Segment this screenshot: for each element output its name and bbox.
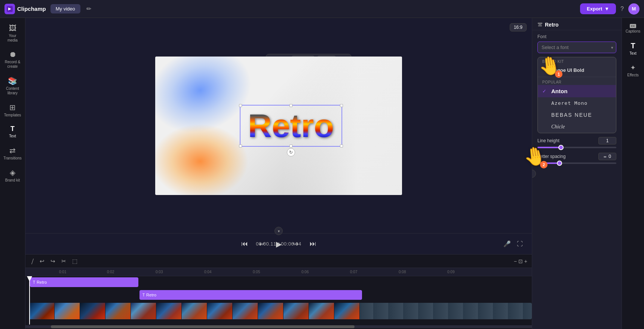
record-audio-button[interactable]: 🎤 — [502, 239, 512, 249]
effects-panel-label: Effects — [627, 73, 638, 77]
help-icon[interactable]: ? — [620, 6, 624, 12]
captions-icon: CC — [630, 24, 637, 28]
font-option-anton[interactable]: ✓ Anton — [538, 85, 616, 97]
templates-icon: ⊞ — [9, 103, 16, 112]
letter-spacing-row: Letter spacing ⇔ 0 — [537, 153, 616, 160]
track-row: T Retro — [29, 276, 532, 288]
line-height-value[interactable]: 1 — [598, 137, 616, 144]
ruler-mark: 0:03 — [156, 270, 163, 274]
text-element[interactable]: Retro ↻ — [240, 105, 342, 147]
avatar[interactable]: M — [628, 3, 640, 15]
font-name-label: BEBAS NEUE — [551, 112, 592, 118]
brand-kit-section-label: Brand kit — [538, 57, 616, 64]
panel-body: Font ▾ Brand kit Segoe UI Bold Popular ✓… — [532, 30, 622, 329]
zoom-in-button[interactable]: + — [524, 258, 527, 264]
sidebar-item-record-create[interactable]: ⏺ Record &create — [1, 47, 24, 72]
aspect-ratio-badge: 16:9 — [510, 23, 527, 31]
captions-panel-button[interactable]: CC Captions — [623, 21, 644, 36]
font-search-input[interactable] — [537, 42, 616, 53]
ruler-mark: 0:02 — [107, 270, 114, 274]
export-button[interactable]: Export ▼ — [580, 3, 616, 14]
playback-time: 00:00.11 / 00:06.94 — [256, 241, 301, 247]
skip-to-end-button[interactable]: ⏭ — [307, 238, 319, 250]
resize-handle-br[interactable] — [340, 144, 343, 147]
text-track-icon: T — [142, 293, 145, 297]
merge-button[interactable]: ⬚ — [71, 256, 79, 266]
sidebar-item-content-library[interactable]: 📚 Contentlibrary — [1, 73, 24, 98]
panel-title: Retro — [545, 22, 559, 28]
ruler-mark: 0:08 — [399, 270, 406, 274]
sidebar-item-your-media[interactable]: 🖼 Your media — [1, 21, 24, 46]
track-label: Retro — [146, 293, 156, 297]
sidebar-item-templates[interactable]: ⊞ Templates — [1, 100, 24, 121]
sidebar-item-brand-kit[interactable]: ◈ Brand kit — [1, 165, 24, 186]
text-track-icon: T — [33, 280, 35, 284]
font-option-azeret-mono[interactable]: Azeret Mono — [538, 97, 616, 109]
edit-title-icon: ✏ — [86, 5, 91, 12]
cut-button[interactable]: ✂ — [60, 256, 68, 266]
text-track-retro-1[interactable]: T Retro — [30, 277, 138, 287]
collapse-timeline-button[interactable]: ▾ — [275, 227, 283, 235]
text-track-retro-2[interactable]: T Retro — [139, 290, 362, 300]
fullscreen-button[interactable]: ⛶ — [515, 239, 524, 249]
font-dropdown: Brand kit Segoe UI Bold Popular ✓ Anton … — [537, 57, 616, 133]
font-selected-icon: ✓ — [542, 88, 548, 94]
sidebar-item-transitions[interactable]: ⇄ Transitions — [1, 143, 24, 164]
timeline-tracks: T Retro T Retro — [25, 276, 532, 325]
track-row: T Retro — [29, 289, 532, 301]
resize-handle-bm[interactable] — [289, 144, 292, 147]
resize-handle-tm[interactable] — [289, 104, 292, 107]
resize-handle-bl[interactable] — [239, 144, 242, 147]
timeline-scrollbar[interactable] — [25, 325, 532, 328]
text-header-icon — [537, 22, 543, 27]
zoom-controls: − ⊡ + — [514, 258, 527, 264]
line-height-row: Line height 1 — [537, 137, 616, 144]
sidebar-item-label: Contentlibrary — [6, 86, 19, 95]
sidebar-item-text[interactable]: T Text — [1, 122, 24, 141]
undo-button[interactable]: ↩ — [38, 256, 46, 266]
retro-text: Retro — [248, 109, 334, 142]
letter-spacing-thumb[interactable] — [557, 161, 562, 166]
timeline-toolbar: ⧸ ↩ ↪ ✂ ⬚ − ⊡ + — [25, 255, 532, 268]
svg-rect-1 — [538, 23, 542, 24]
sidebar-item-label: Your media — [3, 34, 22, 43]
font-section-label: Font — [537, 34, 616, 39]
center-area: 16:9 ✏ Anton ▾ 132 ▾ ⋯ — [25, 18, 532, 329]
resize-handle-tl[interactable] — [239, 104, 242, 107]
ruler-mark: 0:09 — [447, 270, 454, 274]
redo-button[interactable]: ↪ — [49, 256, 57, 266]
font-option-chicle[interactable]: Chicle — [538, 121, 616, 133]
font-input-wrapper: ▾ — [537, 42, 616, 53]
video-track-strip[interactable] — [29, 303, 532, 319]
effects-panel-button[interactable]: ✦ Effects — [623, 61, 644, 80]
app-logo-icon — [4, 4, 15, 14]
your-media-icon: 🖼 — [9, 24, 16, 33]
zoom-out-button[interactable]: − — [514, 258, 517, 264]
font-name-label: Anton — [551, 88, 567, 94]
letter-spacing-value[interactable]: ⇔ 0 — [598, 153, 616, 160]
timeline-ruler: 0:01 0:02 0:03 0:04 0:05 0:06 0:07 0:08 … — [25, 268, 532, 276]
line-height-thumb[interactable] — [558, 145, 564, 150]
letter-spacing-icon: ⇔ — [604, 155, 607, 159]
track-label: Retro — [37, 280, 47, 284]
text-panel-icon: T — [631, 42, 635, 50]
letter-spacing-slider[interactable] — [537, 162, 616, 164]
line-height-slider[interactable] — [537, 147, 616, 148]
brand-kit-icon: ◈ — [10, 168, 15, 177]
font-option-segoe-ui-bold[interactable]: Segoe UI Bold — [538, 64, 616, 76]
skip-to-start-button[interactable]: ⏮ — [239, 238, 250, 250]
ruler-mark: 0:04 — [204, 270, 211, 274]
effects-panel-icon: ✦ — [630, 64, 636, 72]
sidebar-item-label: Brand kit — [5, 178, 20, 183]
split-tool-button[interactable]: ⧸ — [30, 256, 35, 266]
right-panel: ‹ Retro Font ▾ Brand kit Segoe UI Bold — [532, 18, 622, 329]
zoom-fit-button[interactable]: ⊡ — [518, 258, 523, 264]
font-option-bebas-neue[interactable]: BEBAS NEUE — [538, 109, 616, 121]
resize-handle-tr[interactable] — [340, 104, 343, 107]
video-track-row — [29, 302, 532, 320]
rotate-handle[interactable]: ↻ — [287, 148, 295, 156]
text-panel-button[interactable]: T Text — [623, 39, 644, 58]
panel-header: Retro — [532, 18, 622, 30]
left-sidebar: 🖼 Your media ⏺ Record &create 📚 Contentl… — [0, 18, 25, 329]
video-title-button[interactable]: My video — [50, 4, 80, 13]
